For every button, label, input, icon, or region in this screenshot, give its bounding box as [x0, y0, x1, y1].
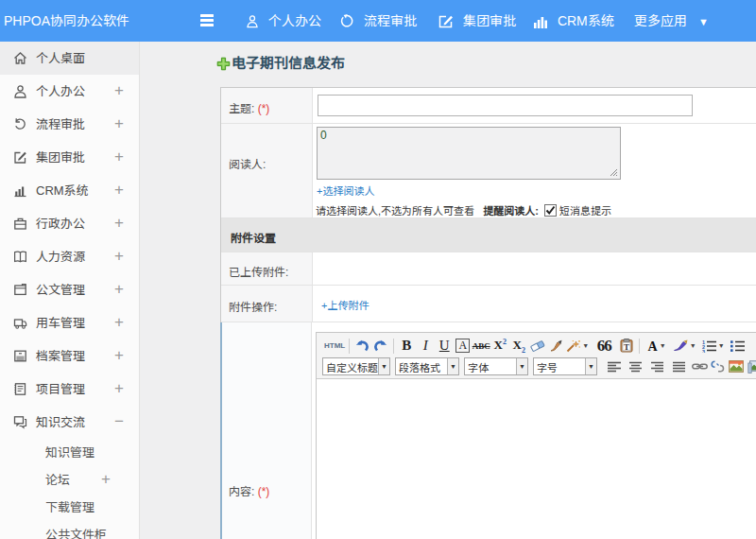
svg-text:3: 3	[702, 348, 705, 353]
svg-text:T: T	[624, 342, 629, 352]
svg-text:A: A	[647, 339, 658, 352]
